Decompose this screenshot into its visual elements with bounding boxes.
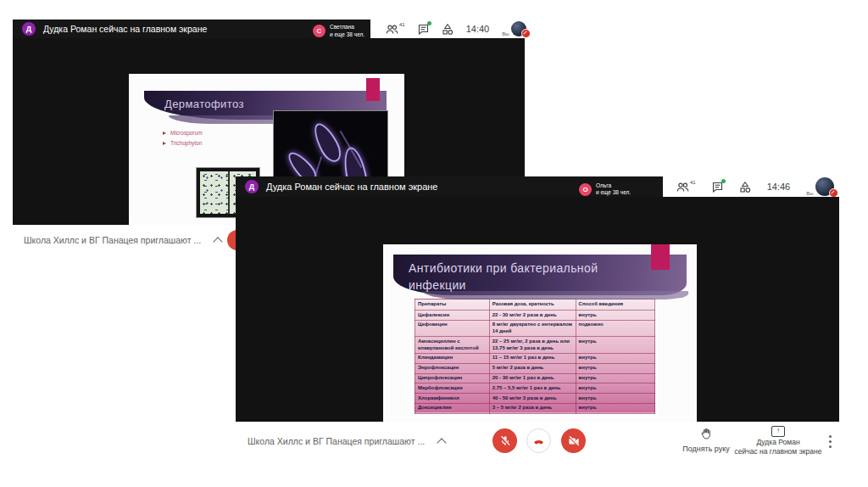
table-row: Цефовецин8 мг/кг двукратно с интервалом … [415, 320, 655, 337]
presenter-avatar: Д [245, 180, 259, 193]
mic-mute-button[interactable] [492, 428, 517, 453]
participants-count: 41 [690, 180, 696, 185]
presenter-avatar: Д [22, 22, 36, 36]
table-row: Цефалексин22 - 30 мг/кг 2 раза в деньвну… [415, 311, 655, 321]
raise-hand-button[interactable]: Поднять руку [675, 428, 737, 453]
present-line1: Дудка Роман [731, 438, 826, 447]
bullet-item: Trichophyton [170, 140, 202, 146]
participant-more: и еще 38 чел. [330, 31, 364, 38]
meeting-name-banner[interactable]: Школа Хиллс и ВГ Панацея приглашают ... [24, 235, 221, 245]
people-icon[interactable]: 41 [676, 182, 696, 193]
chevron-up-icon [437, 438, 447, 447]
presenter-status-text: Дудка Роман сейчас на главном экране [266, 182, 438, 192]
bullet-arrow-icon [163, 142, 166, 145]
participant-name: Ольга [596, 182, 631, 189]
table-row: Амоксициллин с клавулановой кислотой22 –… [415, 337, 655, 354]
muted-badge-icon [521, 29, 531, 38]
chevron-up-icon [214, 237, 223, 246]
header-toolbar: 41 14:40 Вы [370, 20, 525, 38]
meeting-name-banner[interactable]: Школа Хиллс и ВГ Панацея приглашают ... [248, 436, 445, 446]
raise-hand-label: Поднять руку [675, 445, 737, 453]
clock: 14:46 [767, 182, 791, 192]
table-header-row: Препараты Разовая доза, кратность Способ… [415, 299, 655, 311]
table-row: Марбофлоксацин2,75 – 5,5 мг/кг 1 раз в д… [415, 383, 655, 394]
participants-count: 41 [399, 22, 405, 27]
participant-avatar: О [579, 183, 592, 196]
present-status-button[interactable]: ↑ Дудка Роман сейчас на главном экране [731, 426, 826, 457]
activities-shapes-icon[interactable] [442, 24, 453, 35]
meeting-name-text: Школа Хиллс и ВГ Панацея приглашают ... [24, 235, 201, 245]
hand-icon [702, 428, 709, 439]
table-row: Клиндамицин11 – 15 мг/кг 1 раз в деньвну… [415, 353, 655, 363]
clock: 14:40 [466, 24, 490, 34]
table-row: Хлорамфеникол40 - 50 мг/кг 3 раза в день… [415, 394, 655, 404]
you-label: Вы [806, 191, 813, 196]
present-screen-icon: ↑ [771, 426, 785, 437]
shared-screen-area: Антибиотики при бактериальной инфекции П… [236, 197, 839, 422]
bullet-item: Microsporum [170, 130, 203, 136]
table-row: Энрофлоксацин5 мг/кг 2 раза в деньвнутрь [415, 363, 655, 373]
bullet-arrow-icon [163, 132, 166, 135]
people-icon[interactable]: 41 [386, 24, 405, 35]
slide-title: Дерматофитоз [144, 91, 387, 110]
slide-antibiotics: Антибиотики при бактериальной инфекции П… [383, 244, 697, 422]
new-message-dot [427, 21, 431, 25]
hang-up-button[interactable] [526, 428, 551, 453]
self-view[interactable]: Вы [502, 21, 526, 36]
new-message-dot [721, 179, 726, 183]
slide-bullet-list: Microsporum Trichophyton [163, 130, 203, 146]
meet-bottom-bar: Школа Хиллс и ВГ Панацея приглашают ... [236, 422, 839, 467]
header-toolbar: 41 14:46 Вы [663, 176, 839, 197]
activities-shapes-icon[interactable] [739, 182, 751, 193]
participant-name: Светлана [330, 24, 364, 31]
you-label: Вы [502, 31, 509, 36]
chat-icon[interactable] [418, 24, 429, 35]
table-row: Ципрофлоксацин20 - 30 мг/кг 1 раз в день… [415, 373, 655, 383]
table-row: Доксициклин3 – 5 мг/кг 2 раза в деньвнут… [415, 403, 655, 413]
meet-header: Д Дудка Роман сейчас на главном экране С… [13, 20, 525, 38]
three-dots-menu-icon[interactable] [829, 435, 832, 438]
participant-avatar: С [313, 25, 326, 37]
present-line2: сейчас на главном экране [731, 447, 826, 456]
meet-window-2: Д Дудка Роман сейчас на главном экране О… [236, 176, 839, 467]
camera-off-button[interactable] [561, 428, 586, 453]
desktop: Д Дудка Роман сейчас на главном экране С… [0, 0, 868, 487]
antibiotics-table: Препараты Разовая доза, кратность Способ… [415, 299, 655, 414]
presenter-status-text: Дудка Роман сейчас на главном экране [43, 24, 207, 34]
slide-accent-bar [366, 78, 380, 101]
participant-more: и еще 38 чел. [596, 189, 631, 196]
slide-title-banner: Антибиотики при бактериальной инфекции [393, 255, 687, 295]
meeting-name-text: Школа Хиллс и ВГ Панацея приглашают ... [248, 436, 425, 446]
chat-icon[interactable] [712, 182, 723, 193]
meet-header: Д Дудка Роман сейчас на главном экране О… [236, 176, 839, 197]
slide-accent-bar [651, 244, 670, 270]
self-view[interactable]: Вы [806, 177, 833, 196]
slide-title: Антибиотики при бактериальной инфекции [393, 255, 687, 294]
